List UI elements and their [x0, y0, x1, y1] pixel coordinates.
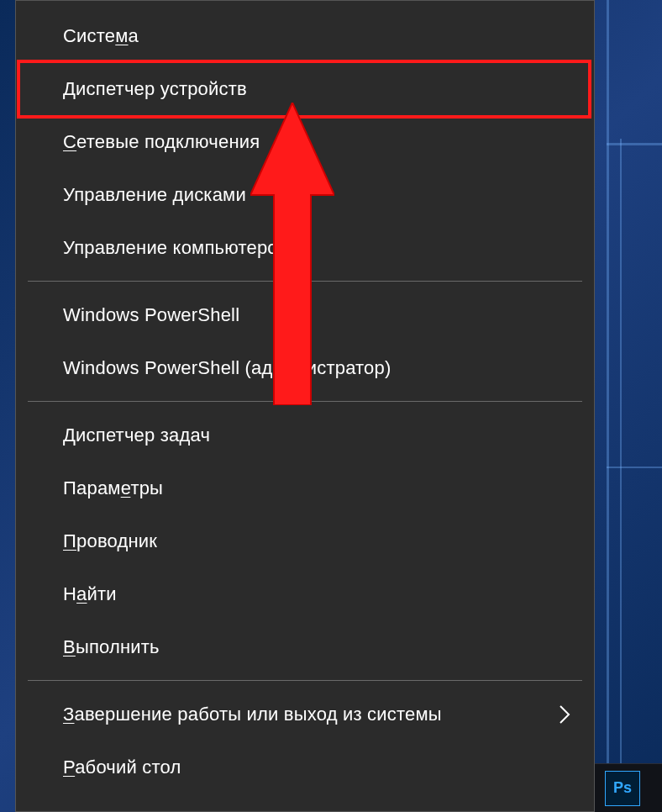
- menu-item-search[interactable]: Найти: [16, 567, 594, 620]
- menu-item-label: Проводник: [63, 530, 157, 552]
- menu-item-disk-management[interactable]: Управление дисками: [16, 168, 594, 221]
- menu-item-label: Завершение работы или выход из системы: [63, 704, 442, 725]
- menu-item-label: Найти: [63, 583, 117, 605]
- bg-light-edge: [607, 0, 609, 765]
- bg-light-edge: [607, 467, 662, 468]
- bg-light-edge: [620, 139, 622, 765]
- menu-item-powershell-admin[interactable]: Windows PowerShell (администратор): [16, 341, 594, 394]
- menu-item-label: Диспетчер устройств: [63, 78, 247, 100]
- menu-item-label: Рабочий стол: [63, 757, 181, 778]
- menu-item-label: Windows PowerShell: [63, 304, 239, 326]
- menu-item-label: Управление дисками: [63, 184, 246, 206]
- menu-separator: [28, 680, 582, 681]
- photoshop-icon-label: Ps: [613, 779, 632, 797]
- menu-item-system[interactable]: Система: [16, 9, 594, 62]
- menu-item-desktop[interactable]: Рабочий стол: [16, 741, 594, 794]
- menu-item-explorer[interactable]: Проводник: [16, 514, 594, 567]
- menu-item-label: Windows PowerShell (администратор): [63, 357, 391, 379]
- menu-item-device-manager[interactable]: Диспетчер устройств: [16, 62, 594, 115]
- menu-item-network-connections[interactable]: Сетевые подключения: [16, 115, 594, 168]
- menu-item-shutdown[interactable]: Завершение работы или выход из системы: [16, 688, 594, 741]
- bg-light-edge: [607, 143, 662, 145]
- menu-item-computer-management[interactable]: Управление компьютером: [16, 221, 594, 274]
- chevron-right-icon: [559, 704, 570, 725]
- photoshop-taskbar-icon[interactable]: Ps: [605, 771, 640, 806]
- menu-item-label: Диспетчер задач: [63, 424, 210, 446]
- menu-separator: [28, 281, 582, 282]
- menu-item-label: Система: [63, 25, 139, 47]
- menu-item-run[interactable]: Выполнить: [16, 620, 594, 673]
- taskbar-fragment: Ps: [595, 763, 662, 812]
- menu-item-powershell[interactable]: Windows PowerShell: [16, 288, 594, 341]
- menu-item-task-manager[interactable]: Диспетчер задач: [16, 409, 594, 461]
- menu-item-label: Управление компьютером: [63, 237, 291, 259]
- menu-item-label: Параметры: [63, 477, 163, 499]
- menu-item-label: Сетевые подключения: [63, 131, 260, 153]
- winx-context-menu: СистемаДиспетчер устройствСетевые подклю…: [15, 0, 595, 812]
- menu-item-label: Выполнить: [63, 636, 160, 658]
- menu-item-settings[interactable]: Параметры: [16, 461, 594, 514]
- menu-separator: [28, 401, 582, 402]
